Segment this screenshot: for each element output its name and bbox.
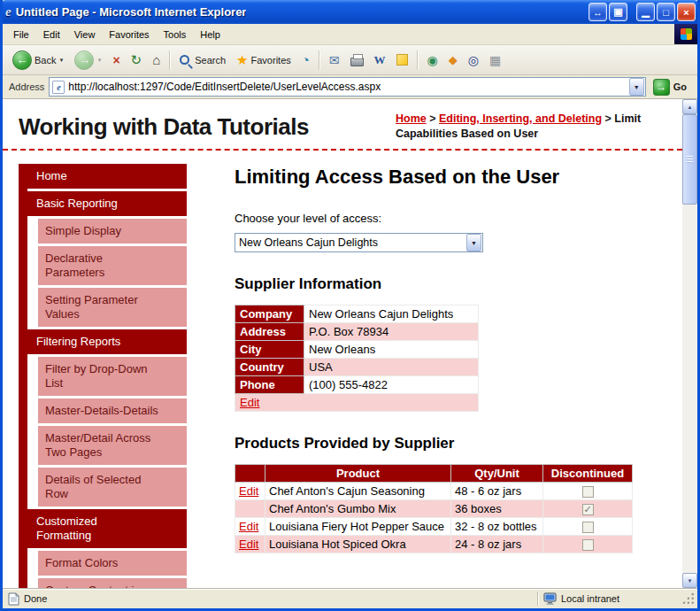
sidebar-item-custom-content[interactable]: Custom Content in a <box>38 578 187 588</box>
addon-button-4[interactable]: ▦ <box>485 52 505 68</box>
search-button[interactable]: Search <box>175 53 230 67</box>
window-title: Untitled Page - Microsoft Internet Explo… <box>16 5 247 19</box>
site-title: Working with Data Tutorials <box>19 110 309 141</box>
back-button[interactable]: ← Back ▼ <box>8 49 68 72</box>
product-edit-link[interactable]: Edit <box>239 520 258 533</box>
product-qty: 48 - 6 oz jars <box>451 483 543 500</box>
supplier-edit-link[interactable]: Edit <box>240 396 259 409</box>
sidebar-item-basic-reporting[interactable]: Basic Reporting <box>27 191 187 216</box>
menu-file[interactable]: File <box>6 24 36 44</box>
product-qty: 24 - 8 oz jars <box>451 536 543 553</box>
maximize-icon: □ <box>663 7 669 18</box>
status-text: Done <box>24 593 47 604</box>
forward-button[interactable]: → ▼ <box>70 49 106 72</box>
home-button[interactable]: ⌂ <box>148 51 165 68</box>
sidebar-item-master-details-details[interactable]: Master-Details-Details <box>38 398 187 423</box>
scroll-thumb[interactable] <box>682 114 697 205</box>
close-button[interactable]: × <box>677 3 696 21</box>
product-name: Louisiana Fiery Hot Pepper Sauce <box>265 518 451 536</box>
toolbar: ← Back ▼ → ▼ × ↻ ⌂ Search ★ Favorites ◔ … <box>3 45 697 75</box>
print-button[interactable] <box>346 51 368 68</box>
sidebar-item-declarative-parameters[interactable]: Declarative Parameters <box>38 246 187 285</box>
supplier-heading: Supplier Information <box>235 275 654 293</box>
favorites-label: Favorites <box>251 55 291 66</box>
address-input[interactable] <box>68 79 625 95</box>
pan-button[interactable]: ↔ <box>588 3 607 21</box>
maximize-button[interactable]: □ <box>657 3 675 21</box>
menu-tools[interactable]: Tools <box>157 24 194 44</box>
field-label: Phone <box>235 376 304 394</box>
minimize-button[interactable]: ▁ <box>636 3 655 21</box>
menu-edit[interactable]: Edit <box>36 24 67 44</box>
sidebar-item-master-detail-across-two-pages[interactable]: Master/Detail Across Two Pages <box>38 426 187 465</box>
menu-help[interactable]: Help <box>193 24 227 44</box>
sidebar-item-simple-display[interactable]: Simple Display <box>38 219 187 244</box>
resize-grip[interactable] <box>682 592 696 606</box>
menu-view[interactable]: View <box>67 24 103 44</box>
globe-icon: ◉ <box>427 54 438 66</box>
sidebar-item-details-of-selected-row[interactable]: Details of Selected Row <box>38 468 187 507</box>
toolbar-separator <box>417 50 419 70</box>
breadcrumb-separator: > <box>605 112 612 125</box>
sidebar-item-filter-by-drop-down-list[interactable]: Filter by Drop-Down List <box>38 357 187 396</box>
address-dropdown-button[interactable]: ▼ <box>629 78 644 96</box>
address-label: Address <box>7 81 44 92</box>
chevron-down-icon: ▼ <box>688 578 693 584</box>
field-label: Company <box>235 306 304 323</box>
table-row: Phone (100) 555-4822 <box>235 376 479 394</box>
field-label: City <box>235 341 304 359</box>
history-button[interactable]: ◔ <box>297 51 314 68</box>
discuss-note-icon <box>396 54 408 66</box>
stop-button[interactable]: × <box>108 52 124 68</box>
page-viewport: Working with Data Tutorials Home > Editi… <box>3 99 682 588</box>
address-bar: Address e ▼ → Go <box>3 75 697 99</box>
favorites-button[interactable]: ★ Favorites <box>232 51 296 68</box>
product-edit-link[interactable]: Edit <box>239 484 258 498</box>
menu-favorites[interactable]: Favorites <box>102 24 156 44</box>
sidebar-item-format-colors[interactable]: Format Colors <box>38 551 187 576</box>
sidebar-item-setting-parameter-values[interactable]: Setting Parameter Values <box>38 288 187 327</box>
product-edit-link[interactable]: Edit <box>239 538 258 551</box>
minimize-icon: ▁ <box>642 6 649 18</box>
mail-button[interactable]: ✉ <box>325 52 344 68</box>
refresh-icon: ↻ <box>131 53 142 66</box>
addon-button-2[interactable]: ◆ <box>444 52 462 67</box>
addon-button-1[interactable]: ◉ <box>423 52 442 68</box>
discontinued-checkbox <box>582 486 594 498</box>
supplier-table: Company New Orleans Cajun Delights Addre… <box>235 305 479 412</box>
edit-in-word-button[interactable]: W <box>370 52 390 67</box>
stop-icon: × <box>112 54 119 66</box>
breadcrumb-section-link[interactable]: Editing, Inserting, and Deleting <box>439 112 602 125</box>
mail-icon: ✉ <box>329 54 340 66</box>
go-arrow-icon: → <box>653 79 670 96</box>
addon-button-3[interactable]: ◎ <box>464 52 483 68</box>
site-header: Working with Data Tutorials Home > Editi… <box>3 99 682 151</box>
forward-chevron-icon: ▼ <box>96 58 102 63</box>
column-header: Discontinued <box>543 465 633 483</box>
sidebar-item-filtering-reports[interactable]: Filtering Reports <box>27 329 187 354</box>
access-select-dropdown-button[interactable]: ▼ <box>466 234 481 251</box>
sidebar-item-home[interactable]: Home <box>27 164 187 189</box>
page-icon: e <box>52 81 65 94</box>
discuss-button[interactable] <box>392 52 412 67</box>
refresh-button[interactable]: ↻ <box>127 51 147 68</box>
address-combo[interactable]: e ▼ <box>49 77 645 97</box>
access-level-select[interactable]: New Orleans Cajun Delights ▼ <box>235 233 483 252</box>
go-label: Go <box>673 81 687 92</box>
go-button[interactable]: → Go <box>650 78 693 97</box>
sidebar-item-customized-formatting[interactable]: Customized Formatting <box>27 509 187 548</box>
breadcrumb-home-link[interactable]: Home <box>396 112 427 125</box>
table-row: Edit Louisiana Fiery Hot Pepper Sauce 32… <box>235 518 633 536</box>
scroll-down-button[interactable]: ▼ <box>682 573 697 588</box>
product-qty: 36 boxes <box>451 500 543 518</box>
table-row: Edit Louisiana Hot Spiced Okra 24 - 8 oz… <box>235 536 633 553</box>
windows-logo-throbber <box>674 24 697 44</box>
scroll-up-button[interactable]: ▲ <box>682 99 697 114</box>
field-value: (100) 555-4822 <box>304 376 479 394</box>
back-label: Back <box>35 55 56 66</box>
fullscreen-button[interactable]: ▣ <box>609 3 627 21</box>
table-row: City New Orleans <box>235 341 479 359</box>
toolbar-separator <box>319 50 320 70</box>
vertical-scrollbar[interactable]: ▲ ▼ <box>682 99 697 588</box>
products-heading: Products Provided by Supplier <box>235 435 654 452</box>
